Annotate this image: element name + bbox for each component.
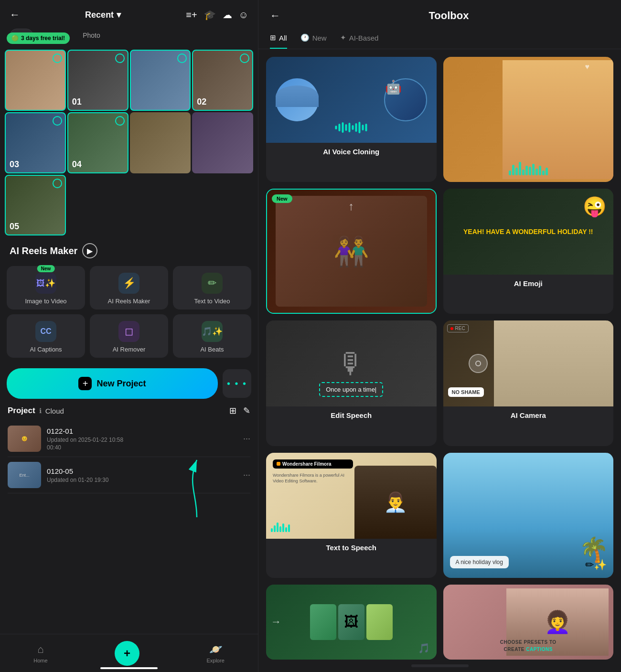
- project-header-right: ⊞ ✎: [229, 405, 250, 416]
- tool-card-edit-speech[interactable]: 🎙 Once upon a time| Edit Speech: [266, 320, 437, 446]
- back-button[interactable]: ←: [10, 9, 20, 21]
- ai-camera-preview: REC NO SHAME: [443, 320, 614, 406]
- rec-text: REC: [455, 326, 465, 331]
- home-icon: ⌂: [37, 643, 43, 656]
- nav-explore[interactable]: 🪐 Explore: [206, 643, 224, 663]
- project-title: Project: [8, 406, 35, 416]
- media-checkbox[interactable]: [115, 116, 125, 126]
- badge-icon[interactable]: 🎓: [204, 9, 216, 21]
- tool-card-text-to-video[interactable]: 🌴 A nice holiday vlog ✏✨ Text to Video: [443, 453, 614, 578]
- project-info: 0122-01 Updated on 2025-01-22 10:58 00:4…: [47, 427, 237, 451]
- tab-new[interactable]: 🕐 New: [300, 30, 327, 49]
- project-date: Updated on 2025-01-22 10:58: [47, 437, 237, 443]
- new-project-label: New Project: [96, 379, 146, 389]
- recent-dropdown[interactable]: Recent ▾: [85, 10, 121, 20]
- tool-ai-beats[interactable]: 🎵✨ AI Beats: [173, 314, 251, 358]
- tool-label: AI Reels Maker: [108, 298, 150, 305]
- project-header-left: Project ℹ Cloud: [8, 406, 64, 416]
- media-number: 02: [197, 97, 206, 107]
- mic-icon: 🎙: [337, 347, 365, 380]
- media-checkbox[interactable]: [240, 53, 249, 63]
- tab-all[interactable]: ⊞ All: [270, 30, 287, 49]
- tool-card-ai-camera[interactable]: REC NO SHAME AI Camera: [443, 320, 614, 446]
- media-checkbox[interactable]: [115, 53, 125, 63]
- media-number: 01: [72, 97, 82, 107]
- cloud-icon[interactable]: ☁: [223, 9, 232, 21]
- edit-icon[interactable]: ≡+: [186, 10, 197, 21]
- heart-icon: ♥: [585, 63, 590, 71]
- project-more-button[interactable]: ···: [243, 434, 250, 444]
- ai-banner-play[interactable]: ▶: [82, 243, 97, 258]
- toolbox-back-button[interactable]: ←: [270, 10, 280, 22]
- tool-label: Image to Video: [25, 298, 66, 305]
- rec-dot: [450, 327, 453, 330]
- ai-based-tab-label: AI-Based: [349, 34, 379, 42]
- tool-card-image-to-video[interactable]: 👫 ↑ New Image to Video: [266, 189, 437, 314]
- right-panel: ← Toolbox ⊞ All 🕐 New ✦ AI-Based 🤖: [258, 0, 621, 672]
- tool-card-ai-reels[interactable]: 🖼 🎵 → AI Reels Maker: [266, 585, 437, 660]
- tool-card-ai-voice-cloning[interactable]: 🤖 AI Voice Cloning: [266, 57, 437, 182]
- media-checkbox[interactable]: [53, 116, 62, 126]
- toolbox-grid: 🤖 AI Voice Cloning: [258, 57, 621, 660]
- tool-ai-captions[interactable]: CC AI Captions: [7, 314, 85, 358]
- project-item: Ent... 0120-05 Updated on 01-20 19:30 ··…: [8, 457, 250, 493]
- media-item[interactable]: [130, 112, 191, 173]
- face-icon[interactable]: ☺: [239, 10, 248, 21]
- recent-title: Recent: [85, 10, 114, 20]
- filter-photo[interactable]: Photo: [75, 29, 108, 43]
- media-item[interactable]: 05: [5, 175, 66, 236]
- all-tab-label: All: [279, 34, 287, 42]
- media-checkbox[interactable]: [177, 53, 187, 63]
- tool-label: AI Captions: [30, 346, 62, 353]
- tool-label: AI Beats: [200, 346, 224, 353]
- new-tab-icon: 🕐: [300, 33, 310, 42]
- cloud-label: Cloud: [45, 407, 64, 415]
- more-button[interactable]: • • •: [223, 369, 251, 398]
- plus-icon: +: [78, 377, 92, 390]
- nav-create-button[interactable]: +: [115, 641, 139, 666]
- project-thumbnail[interactable]: 😊: [8, 426, 41, 452]
- tool-card-ai-captions[interactable]: 👩‍🦱 CHOOSE PRESETS TOCREATE CAPTIONS AI …: [443, 585, 614, 660]
- reels-film: 🖼: [310, 604, 393, 640]
- nav-home[interactable]: ⌂ Home: [33, 643, 47, 663]
- reels-arrow-icon: →: [271, 616, 281, 628]
- edit-projects-icon[interactable]: ✎: [243, 405, 250, 416]
- project-section: Project ℹ Cloud ⊞ ✎ 😊 0122-01 Updated on…: [0, 405, 258, 493]
- media-item[interactable]: 04: [67, 112, 128, 173]
- tab-ai-based[interactable]: ✦ AI-Based: [340, 30, 379, 49]
- image-to-video-preview: 👫 ↑: [267, 190, 436, 313]
- dots-icon: • • •: [227, 378, 247, 389]
- grid-view-icon[interactable]: ⊞: [229, 405, 236, 416]
- tool-card-ai-beats[interactable]: ♥ AI Beats: [443, 57, 614, 182]
- project-thumbnail[interactable]: Ent...: [8, 462, 41, 488]
- media-item[interactable]: [192, 112, 253, 173]
- tool-image-to-video[interactable]: New 🖼✨ Image to Video: [7, 266, 85, 309]
- tool-card-text-to-speech[interactable]: Wondershare Filmora Wondershare Filmora …: [266, 453, 437, 578]
- media-item[interactable]: 02: [192, 50, 253, 111]
- tool-text-to-video[interactable]: ✏ Text to Video: [173, 266, 251, 309]
- left-header: ← Recent ▾ ≡+ 🎓 ☁ ☺: [0, 0, 258, 26]
- media-checkbox[interactable]: [53, 179, 62, 188]
- media-item[interactable]: 03: [5, 112, 66, 173]
- tool-ai-reels[interactable]: ⚡ AI Reels Maker: [90, 266, 168, 309]
- ai-emoji-preview: YEAH! HAVE A WONDERFUL HOLIDAY !! 😜: [443, 189, 614, 275]
- new-tab-label: New: [312, 34, 327, 42]
- trial-badge[interactable]: 🟢 3 days free trial!: [7, 32, 70, 44]
- tool-card-ai-emoji[interactable]: YEAH! HAVE A WONDERFUL HOLIDAY !! 😜 AI E…: [443, 189, 614, 314]
- face-silhouette: [276, 78, 319, 121]
- new-project-button[interactable]: + New Project: [7, 368, 218, 399]
- ttv-text-box: A nice holiday vlog: [450, 556, 509, 568]
- media-item[interactable]: 01: [67, 50, 128, 111]
- media-checkbox[interactable]: [53, 53, 62, 63]
- reel-thumb-3: [366, 604, 393, 640]
- media-item[interactable]: [130, 50, 191, 111]
- project-more-button[interactable]: ···: [243, 470, 250, 480]
- captions-highlight: CAPTIONS: [526, 647, 553, 652]
- project-item: 😊 0122-01 Updated on 2025-01-22 10:58 00…: [8, 421, 250, 457]
- speech-bubble: Once upon a time|: [319, 382, 383, 397]
- reel-thumb-1: [310, 604, 336, 640]
- media-item[interactable]: [5, 50, 66, 111]
- robot-face: 🤖: [384, 78, 427, 121]
- tool-ai-remover[interactable]: ◻ AI Remover: [90, 314, 168, 358]
- no-shame-badge: NO SHAME: [448, 387, 484, 397]
